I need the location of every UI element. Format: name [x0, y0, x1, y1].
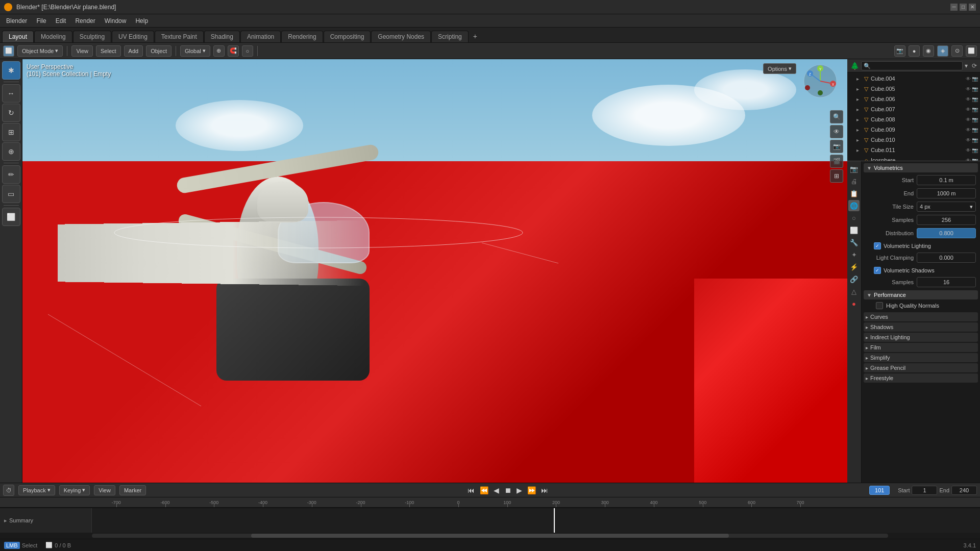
visibility-icon[interactable]: 👁 — [966, 127, 971, 133]
tool-select[interactable]: ✱ — [2, 61, 20, 80]
tool-scale[interactable]: ⊞ — [2, 123, 20, 141]
render-visibility-icon[interactable]: 📷 — [972, 76, 978, 82]
play-reverse-btn[interactable]: ◀ — [492, 486, 501, 494]
menu-render[interactable]: Render — [71, 16, 99, 26]
prop-physics-icon[interactable]: ⚡ — [848, 261, 860, 272]
playback-btn[interactable]: Playback ▾ — [18, 485, 55, 495]
view-btn[interactable]: View — [94, 485, 115, 495]
outliner-item[interactable]: ▸ ▽ Cube.009 👁 📷 — [847, 124, 980, 135]
render-visibility-icon[interactable]: 📷 — [972, 158, 978, 161]
navigation-gizmo[interactable]: Y X Z — [802, 63, 838, 99]
collapsible-freestyle[interactable]: ▸ Freestyle — [864, 373, 978, 383]
tab-modeling[interactable]: Modeling — [34, 31, 72, 42]
start-value[interactable]: 0.1 m — [917, 175, 976, 185]
viewport-grid-btn[interactable]: ⊞ — [830, 169, 843, 183]
current-frame-display[interactable]: 101 — [869, 486, 890, 495]
tab-uv-editing[interactable]: UV Editing — [112, 31, 154, 42]
collapsible-indirect-lighting[interactable]: ▸ Indirect Lighting — [864, 333, 978, 342]
add-menu[interactable]: Add — [124, 45, 143, 57]
tab-compositing[interactable]: Compositing — [324, 31, 371, 42]
visibility-icon[interactable]: 👁 — [966, 137, 971, 143]
start-frame-input[interactable] — [912, 486, 937, 495]
outliner-item[interactable]: ▸ ▽ Cube.008 👁 📷 — [847, 114, 980, 124]
search-viewport-btn[interactable]: 🔍 — [830, 110, 843, 123]
expand-arrow[interactable]: ▸ — [4, 517, 7, 524]
performance-header[interactable]: ▼ Performance — [864, 290, 978, 299]
jump-start-btn[interactable]: ⏮ — [466, 486, 476, 494]
outliner-item[interactable]: ▸ ▽ Cube.006 👁 📷 — [847, 94, 980, 104]
outliner-sync-btn[interactable]: ⟳ — [972, 62, 977, 69]
prop-material-icon[interactable]: ● — [848, 298, 860, 309]
viewport-shading-active[interactable]: ◈ — [937, 45, 948, 57]
object-menu[interactable]: Object — [146, 45, 172, 57]
hqn-checkbox[interactable] — [876, 302, 883, 309]
prop-world-icon[interactable]: ○ — [848, 212, 860, 223]
step-forward-btn[interactable]: ⏩ — [526, 486, 537, 494]
camera-btn[interactable]: 📷 — [830, 140, 843, 153]
overlays-btn[interactable]: ⊙ — [951, 45, 963, 57]
prop-render-icon[interactable]: 📷 — [848, 163, 860, 174]
viewport-shading-render[interactable]: ◉ — [923, 45, 934, 57]
prop-modifier-icon[interactable]: 🔧 — [848, 237, 860, 248]
tile-size-dropdown[interactable]: 4 px ▾ — [917, 202, 976, 212]
outliner-item[interactable]: ▸ ▽ Cube.005 👁 📷 — [847, 84, 980, 94]
tab-texture-paint[interactable]: Texture Paint — [155, 31, 204, 42]
end-value[interactable]: 1000 m — [917, 188, 976, 198]
tab-animation[interactable]: Animation — [240, 31, 281, 42]
render-visibility-icon[interactable]: 📷 — [972, 147, 978, 153]
prop-data-icon[interactable]: △ — [848, 286, 860, 297]
tool-move[interactable]: ↔ — [2, 84, 20, 103]
tab-layout[interactable]: Layout — [2, 31, 34, 42]
viewport-shading-solid[interactable]: ● — [909, 45, 920, 57]
collapsible-grease-pencil[interactable]: ▸ Grease Pencil — [864, 363, 978, 372]
tool-annotate[interactable]: ✏ — [2, 165, 20, 184]
viewport-3d[interactable]: User Perspective (101) Scene Collection … — [22, 59, 847, 483]
visibility-icon[interactable]: 👁 — [966, 107, 971, 112]
outliner-item[interactable]: ▸ ▽ Cube.010 👁 📷 — [847, 135, 980, 145]
outliner-item[interactable]: ▸ ▽ Cube.004 👁 📷 — [847, 73, 980, 84]
prop-output-icon[interactable]: 🖨 — [848, 176, 860, 187]
render-visibility-icon[interactable]: 📷 — [972, 96, 978, 102]
close-button[interactable]: ✕ — [969, 4, 976, 11]
jump-end-btn[interactable]: ⏭ — [540, 486, 550, 494]
collapsible-simplify[interactable]: ▸ Simplify — [864, 353, 978, 362]
prop-scene-icon[interactable]: 🌐 — [848, 200, 860, 211]
render-visibility-icon[interactable]: 📷 — [972, 86, 978, 92]
tab-shading[interactable]: Shading — [204, 31, 240, 42]
prop-object-icon[interactable]: ⬜ — [848, 224, 860, 236]
render-preview-btn[interactable]: 🎬 — [830, 155, 843, 168]
tool-add-object[interactable]: ⬜ — [2, 208, 20, 226]
collapsible-film[interactable]: ▸ Film — [864, 343, 978, 352]
tool-transform[interactable]: ⊕ — [2, 142, 20, 161]
shadow-samples-value[interactable]: 16 — [917, 277, 976, 287]
xray-btn[interactable]: ⬜ — [966, 45, 977, 57]
select-menu[interactable]: Select — [96, 45, 121, 57]
outliner-item[interactable]: ▸ ▽ Cube.011 👁 📷 — [847, 145, 980, 155]
outliner-item[interactable]: ○ Icosphere 👁 📷 — [847, 155, 980, 161]
visibility-icon[interactable]: 👁 — [966, 158, 971, 161]
options-button[interactable]: Options ▾ — [763, 63, 796, 74]
render-visibility-icon[interactable]: 📷 — [972, 127, 978, 133]
transform-pivot[interactable]: ⊕ — [213, 45, 225, 57]
outliner-filter-btn[interactable]: ▾ — [965, 62, 968, 69]
visibility-icon[interactable]: 👁 — [966, 117, 971, 122]
tab-geometry-nodes[interactable]: Geometry Nodes — [371, 31, 431, 42]
visibility-icon[interactable]: 👁 — [966, 147, 971, 153]
camera-view-btn[interactable]: 📷 — [894, 45, 905, 57]
prop-constraints-icon[interactable]: 🔗 — [848, 273, 860, 285]
volumetric-shadows-checkbox[interactable]: ✓ — [874, 267, 881, 274]
snap-toggle[interactable]: 🧲 — [228, 45, 239, 57]
collapsible-curves[interactable]: ▸ Curves — [864, 312, 978, 321]
minimize-button[interactable]: ─ — [950, 4, 958, 11]
end-frame-input[interactable] — [951, 486, 977, 495]
prop-particles-icon[interactable]: ✦ — [848, 249, 860, 260]
samples-value[interactable]: 256 — [917, 215, 976, 225]
tab-rendering[interactable]: Rendering — [281, 31, 323, 42]
stop-btn[interactable]: ⏹ — [503, 486, 513, 494]
keying-btn[interactable]: Keying ▾ — [59, 485, 90, 495]
prop-view-layer-icon[interactable]: 📋 — [848, 188, 860, 199]
marker-btn[interactable]: Marker — [119, 485, 146, 495]
gizmo-area[interactable]: Y X Z — [802, 63, 843, 104]
step-back-btn[interactable]: ⏪ — [478, 486, 490, 494]
outliner-item[interactable]: ▸ ▽ Cube.007 👁 📷 — [847, 104, 980, 114]
